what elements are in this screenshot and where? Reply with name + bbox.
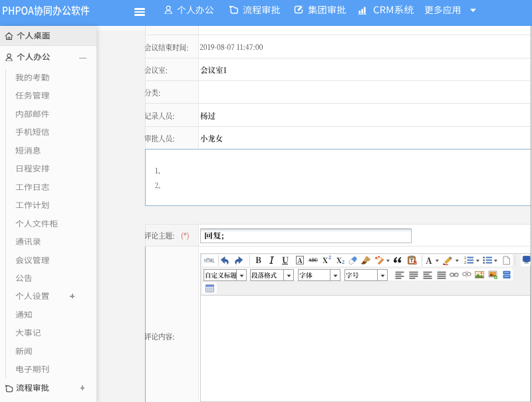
svg-text:2: 2 xyxy=(464,260,466,264)
svg-text:1: 1 xyxy=(464,256,466,260)
